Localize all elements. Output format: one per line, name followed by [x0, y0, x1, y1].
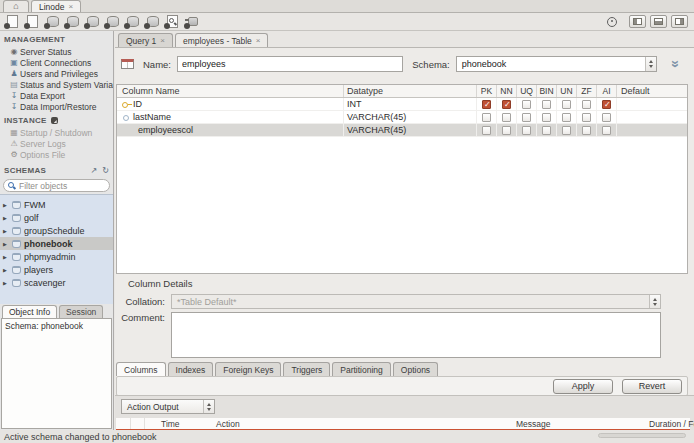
- expand-all-icon[interactable]: ↗: [91, 167, 98, 175]
- flag-header[interactable]: UQ: [517, 85, 537, 97]
- column-row[interactable]: lastName VARCHAR(45): [117, 111, 687, 124]
- flag-checkbox[interactable]: [602, 113, 611, 122]
- create-function-icon[interactable]: [143, 14, 160, 29]
- output-col-duration[interactable]: Duration / Fetch: [649, 419, 694, 429]
- flag-checkbox[interactable]: [522, 113, 531, 122]
- flag-checkbox[interactable]: [482, 126, 491, 135]
- flag-checkbox[interactable]: [502, 126, 511, 135]
- new-sql-tab-icon[interactable]: [3, 14, 20, 29]
- schema-item[interactable]: ▶ phonebook: [0, 237, 113, 250]
- comment-textarea[interactable]: [171, 312, 661, 358]
- expander-triangle-icon[interactable]: ▶: [3, 202, 9, 208]
- info-tab[interactable]: Session: [59, 305, 103, 318]
- flag-checkbox[interactable]: [562, 113, 571, 122]
- sidebar-item[interactable]: Client Connections: [0, 57, 113, 68]
- flag-checkbox[interactable]: [562, 126, 571, 135]
- flag-checkbox[interactable]: [482, 100, 491, 109]
- flag-header[interactable]: ZF: [577, 85, 597, 97]
- flag-header[interactable]: AI: [597, 85, 617, 97]
- schema-item[interactable]: ▶ groupSchedule: [0, 224, 113, 237]
- toggle-bottom-panel-button[interactable]: [650, 15, 667, 28]
- sidebar-item[interactable]: Users and Privileges: [0, 68, 113, 79]
- flag-checkbox[interactable]: [582, 126, 591, 135]
- sidebar-item[interactable]: Data Import/Restore: [0, 101, 113, 112]
- refresh-schemas-icon[interactable]: ↻: [102, 167, 109, 175]
- flag-checkbox[interactable]: [542, 113, 551, 122]
- sidebar-item[interactable]: Data Export: [0, 90, 113, 101]
- collapse-editor-chevron-icon[interactable]: [667, 56, 686, 72]
- flag-checkbox[interactable]: [542, 100, 551, 109]
- flag-checkbox[interactable]: [582, 113, 591, 122]
- stepper-icon[interactable]: [645, 57, 656, 71]
- close-icon[interactable]: ×: [160, 36, 165, 45]
- flag-checkbox[interactable]: [562, 100, 571, 109]
- editor-tab[interactable]: employees - Table ×: [175, 33, 269, 47]
- toggle-left-panel-button[interactable]: [629, 15, 646, 28]
- revert-button[interactable]: Revert: [622, 379, 682, 394]
- apply-button[interactable]: Apply: [553, 379, 613, 394]
- editor-section-tab[interactable]: Indexes: [168, 362, 214, 376]
- schema-item[interactable]: ▶ phpmyadmin: [0, 250, 113, 263]
- schema-filter-input[interactable]: [19, 181, 99, 191]
- flag-header[interactable]: PK: [477, 85, 497, 97]
- create-table-icon[interactable]: [83, 14, 100, 29]
- editor-section-tab[interactable]: Columns: [116, 362, 166, 376]
- expander-triangle-icon[interactable]: ▶: [3, 241, 9, 247]
- default-header[interactable]: Default: [617, 85, 687, 97]
- sidebar-item[interactable]: Server Logs: [0, 138, 113, 149]
- output-selector[interactable]: Action Output: [121, 399, 215, 414]
- create-procedure-icon[interactable]: [123, 14, 140, 29]
- sidebar-item[interactable]: Startup / Shutdown: [0, 127, 113, 138]
- flag-checkbox[interactable]: [522, 126, 531, 135]
- schema-item[interactable]: ▶ golf: [0, 211, 113, 224]
- query-database-icon[interactable]: [43, 14, 60, 29]
- column-row[interactable]: employeescol VARCHAR(45): [117, 124, 687, 137]
- sidebar-item[interactable]: Options File: [0, 149, 113, 160]
- flag-checkbox[interactable]: [602, 100, 611, 109]
- column-name-header[interactable]: Column Name: [117, 85, 344, 97]
- flag-checkbox[interactable]: [502, 113, 511, 122]
- toggle-right-panel-button[interactable]: [671, 15, 688, 28]
- expander-triangle-icon[interactable]: ▶: [3, 215, 9, 221]
- status-clock-icon[interactable]: [607, 17, 617, 27]
- flag-header[interactable]: BIN: [537, 85, 557, 97]
- close-icon[interactable]: ×: [256, 36, 261, 45]
- flag-header[interactable]: NN: [497, 85, 517, 97]
- connection-tab[interactable]: Linode ×: [31, 0, 81, 12]
- schema-item[interactable]: ▶ players: [0, 263, 113, 276]
- column-row[interactable]: ID INT: [117, 98, 687, 111]
- horizontal-scrollbar-thumb[interactable]: [598, 433, 686, 438]
- info-tab[interactable]: Object Info: [2, 305, 57, 318]
- output-col-message[interactable]: Message: [516, 419, 551, 429]
- flag-checkbox[interactable]: [602, 126, 611, 135]
- table-name-input[interactable]: [177, 56, 403, 72]
- editor-section-tab[interactable]: Options: [393, 362, 438, 376]
- close-icon[interactable]: ×: [69, 2, 74, 11]
- create-schema-icon[interactable]: [63, 14, 80, 29]
- flag-header[interactable]: UN: [557, 85, 577, 97]
- search-table-data-icon[interactable]: [163, 14, 180, 29]
- create-view-icon[interactable]: [103, 14, 120, 29]
- flag-checkbox[interactable]: [582, 100, 591, 109]
- datatype-header[interactable]: Datatype: [344, 85, 477, 97]
- sidebar-item[interactable]: Status and System Variables: [0, 79, 113, 90]
- flag-checkbox[interactable]: [502, 100, 511, 109]
- editor-section-tab[interactable]: Partitioning: [332, 362, 391, 376]
- schema-select[interactable]: phonebook: [456, 56, 657, 72]
- schema-item[interactable]: ▶ FWM: [0, 198, 113, 211]
- output-col-time[interactable]: Time: [161, 419, 180, 429]
- schema-item[interactable]: ▶ scavenger: [0, 276, 113, 289]
- expander-triangle-icon[interactable]: ▶: [3, 228, 9, 234]
- reconnect-dbms-icon[interactable]: [183, 14, 200, 29]
- stepper-icon[interactable]: [649, 295, 660, 308]
- flag-checkbox[interactable]: [522, 100, 531, 109]
- flag-checkbox[interactable]: [482, 113, 491, 122]
- open-sql-script-icon[interactable]: [23, 14, 40, 29]
- flag-checkbox[interactable]: [542, 126, 551, 135]
- expander-triangle-icon[interactable]: ▶: [3, 254, 9, 260]
- collation-select[interactable]: *Table Default*: [171, 294, 661, 309]
- expander-triangle-icon[interactable]: ▶: [3, 280, 9, 286]
- stepper-icon[interactable]: [203, 400, 214, 413]
- editor-section-tab[interactable]: Triggers: [283, 362, 330, 376]
- expander-triangle-icon[interactable]: ▶: [3, 267, 9, 273]
